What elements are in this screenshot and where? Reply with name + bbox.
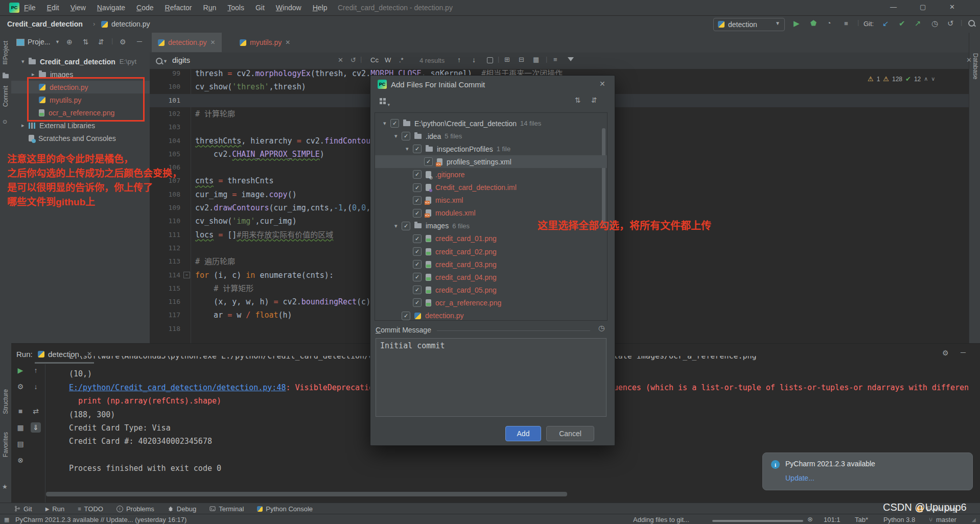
favorites-star-icon[interactable]: ★ <box>2 483 8 490</box>
up-stack-button[interactable]: ↑ <box>31 365 41 375</box>
tool-window-button-run[interactable]: ▶Run <box>45 503 65 514</box>
dialog-tree-item[interactable]: ✓credit_card_04.png <box>375 271 607 283</box>
history-clock-icon[interactable]: ◷ <box>931 19 938 28</box>
menu-item-help[interactable]: Help <box>307 0 333 15</box>
checkbox-checked[interactable]: ✓ <box>402 222 410 230</box>
inspections-widget[interactable]: ⚠ 1 ⚠ 128 ✔ 12 ∧ ∨ <box>868 75 935 83</box>
dialog-tree-item[interactable]: ✓credit_card_02.png <box>375 245 607 258</box>
minimize-button[interactable]: — <box>890 3 897 11</box>
tool-window-button-debug[interactable]: Debug <box>168 503 196 514</box>
checkbox-checked[interactable]: ✓ <box>413 273 422 281</box>
expand-all-button[interactable]: ⇅ <box>83 38 89 46</box>
checkbox-checked[interactable]: ✓ <box>424 157 433 166</box>
git-update-button[interactable]: ↙ <box>882 19 889 28</box>
menu-item-tools[interactable]: Tools <box>222 0 250 15</box>
search-input[interactable]: digits <box>172 56 190 64</box>
search-toggle-.*[interactable]: .* <box>399 56 404 64</box>
checkbox-checked[interactable]: ✓ <box>413 183 422 192</box>
tree-chevron-icon[interactable]: ▾ <box>21 58 29 65</box>
menu-item-navigate[interactable]: Navigate <box>91 0 131 15</box>
project-tree-item[interactable]: ▾Credit_card_detectionE:\pyt <box>11 55 150 68</box>
fold-marker[interactable]: − <box>183 272 190 278</box>
tool-window-button-python-console[interactable]: Python Console <box>257 503 313 514</box>
locate-file-button[interactable]: ⊕ <box>66 38 73 46</box>
tree-chevron-icon[interactable]: ▾ <box>383 120 390 127</box>
tool-stripe-commit[interactable]: Commit <box>2 86 9 107</box>
tool-stripe-favorites[interactable]: Favorites <box>2 432 9 457</box>
checkbox-checked[interactable]: ✓ <box>402 312 410 320</box>
search-settings-icon[interactable]: ≡ <box>553 56 557 63</box>
filter-icon[interactable] <box>568 57 574 61</box>
dialog-tree-item[interactable]: ✓ocr_a_reference.png <box>375 296 607 309</box>
close-dialog-icon[interactable]: ✕ <box>599 80 605 88</box>
collapse-all-button[interactable]: ⇵ <box>591 96 597 104</box>
highlight-all-button[interactable]: ▦ <box>533 56 539 63</box>
dialog-tree-item[interactable]: ✓credit_card_05.png <box>375 283 607 296</box>
gear-icon[interactable]: ⚙ <box>120 38 126 46</box>
horizontal-scrollbar[interactable] <box>46 492 567 496</box>
tool-stripe-structure[interactable]: Structure <box>2 389 9 414</box>
checkbox-checked[interactable]: ✓ <box>413 247 422 256</box>
commit-message-input[interactable]: Initial commit <box>376 338 606 417</box>
tool-window-button-todo[interactable]: ≡TODO <box>78 503 103 514</box>
checkbox-checked[interactable]: ✓ <box>413 298 422 307</box>
editor-tab-myutils.py[interactable]: myutils.py✕ <box>234 33 296 52</box>
run-config-selector[interactable]: detection ▼ <box>713 18 785 31</box>
menu-item-run[interactable]: Run <box>198 0 222 15</box>
cancel-progress-icon[interactable]: ⊗ <box>807 515 813 523</box>
restore-layout-button[interactable]: ⇄ <box>31 406 41 416</box>
remove-occurrence-button[interactable]: ⊟ <box>519 56 524 63</box>
tool-stripe-database[interactable]: Database <box>972 53 979 79</box>
rerun-button[interactable]: ▶ <box>15 365 26 375</box>
close-find-bar-icon[interactable]: ✕ <box>966 56 972 64</box>
git-commit-button[interactable]: ✔ <box>899 19 905 28</box>
search-everywhere-icon[interactable] <box>968 20 975 27</box>
menu-item-view[interactable]: View <box>65 0 91 15</box>
tree-chevron-icon[interactable]: ▾ <box>406 146 413 152</box>
checkbox-checked[interactable]: ✓ <box>413 285 422 294</box>
search-history-icon[interactable]: ↺ <box>351 56 356 64</box>
git-branch-name[interactable]: master <box>936 516 956 523</box>
cancel-button[interactable]: Cancel <box>546 426 594 441</box>
dialog-tree-item[interactable]: ✓Credit_card_detection.iml <box>375 181 607 194</box>
close-button[interactable]: ✕ <box>949 3 955 11</box>
breadcrumb-project[interactable]: Credit_card_detection <box>7 20 83 28</box>
dump-threads-button[interactable]: ▦ <box>15 422 26 433</box>
editor-tab-detection.py[interactable]: detection.py✕ <box>152 33 222 52</box>
profile-button[interactable]: ◔ <box>827 19 831 27</box>
menu-item-git[interactable]: Git <box>250 0 270 15</box>
indent-mode[interactable]: Tab* <box>855 516 868 523</box>
dialog-tree-item[interactable]: ✓detection.py <box>375 309 607 321</box>
message-history-clock-icon[interactable]: ◷ <box>598 324 604 332</box>
status-message[interactable]: PyCharm 2021.2.3 available // Update... … <box>15 516 186 523</box>
dialog-tree-item[interactable]: ✓.gitignore <box>375 168 607 181</box>
menu-item-refactor[interactable]: Refactor <box>159 0 198 15</box>
dialog-tree-item[interactable]: ▾✓.idea5 files <box>375 130 607 142</box>
close-tab-icon[interactable]: ✕ <box>285 39 290 46</box>
interpreter-label[interactable]: Python 3.8 <box>883 516 915 523</box>
next-occurrence-button[interactable]: ↓ <box>472 56 476 64</box>
project-panel-title[interactable]: Proje... <box>28 38 50 46</box>
stop-button[interactable]: ■ <box>15 406 26 416</box>
tree-chevron-icon[interactable]: ▸ <box>21 122 29 129</box>
checkbox-checked[interactable]: ✓ <box>413 260 422 269</box>
debug-button[interactable]: ⬟ <box>810 19 816 27</box>
dialog-tree-item[interactable]: ✓misc.xml <box>375 194 607 207</box>
down-stack-button[interactable]: ↓ <box>31 382 41 392</box>
chevron-down-icon[interactable]: ∨ <box>931 76 935 82</box>
checkbox-checked[interactable]: ✓ <box>413 234 422 243</box>
expand-all-button[interactable]: ⇅ <box>575 96 581 104</box>
previous-occurrence-button[interactable]: ↑ <box>457 56 461 64</box>
tree-chevron-icon[interactable]: ▾ <box>394 133 402 139</box>
dialog-tree-item[interactable]: ✓profiles_settings.xml <box>375 155 607 168</box>
close-tab-icon[interactable]: ✕ <box>211 39 216 46</box>
run-button[interactable]: ▶ <box>794 19 800 28</box>
stop-button[interactable]: ■ <box>844 19 848 27</box>
checkbox-checked[interactable]: ✓ <box>413 145 422 153</box>
checkbox-checked[interactable]: ✓ <box>413 170 422 179</box>
soft-wrap-button[interactable]: ▤ <box>15 439 26 449</box>
project-tree-item[interactable]: Scratches and Consoles <box>11 132 150 145</box>
scroll-to-end-button[interactable]: ⇓ <box>31 422 41 433</box>
clear-search-icon[interactable]: ✕ <box>338 56 343 64</box>
group-by-icon[interactable] <box>380 98 386 104</box>
